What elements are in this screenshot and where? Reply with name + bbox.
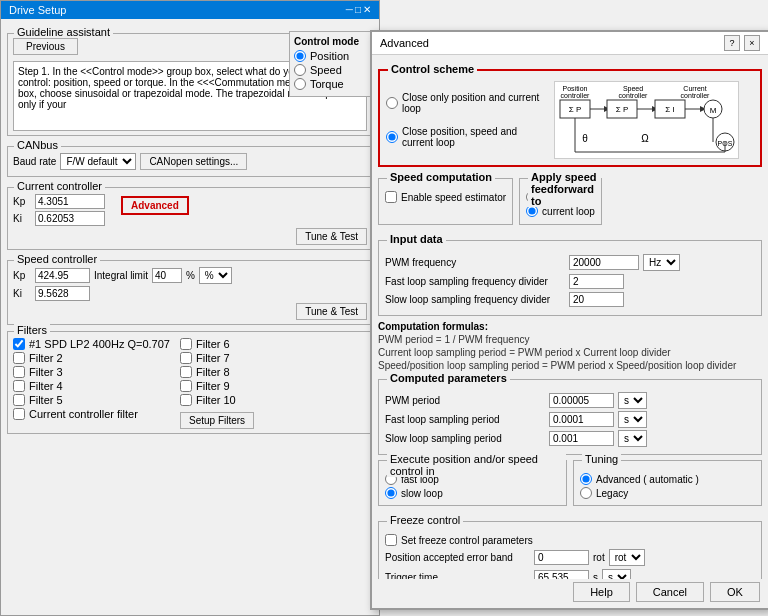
svg-text:Σ P: Σ P [616,105,629,114]
close-pos-speed-current-label: Close position, speed and current loop [402,126,546,148]
integral-label: Integral limit [94,270,148,281]
filter-6-check[interactable] [180,338,192,350]
minimize-icon[interactable]: ─ [346,4,353,16]
slow-loop-period-unit[interactable]: s [618,430,647,447]
enable-estimator-check[interactable] [385,191,397,203]
legacy-radio[interactable] [580,487,592,499]
help-button[interactable]: Help [573,582,630,602]
integral-input[interactable] [152,268,182,283]
apply-feedforward-group: Apply speed feedforward to speed loop cu… [519,178,602,225]
svg-text:controller: controller [681,92,710,99]
pos-error-unit-select[interactable]: rot [609,549,645,566]
fast-loop-period-unit[interactable]: s [618,411,647,428]
main-window: Drive Setup ─ □ ✕ Guideline assistant Pr… [0,0,768,616]
filter-9-label: Filter 9 [196,380,230,392]
close-pos-current-label: Close only position and current loop [402,92,546,114]
filter-10-row: Filter 10 [180,394,254,406]
drive-setup-window: Drive Setup ─ □ ✕ Guideline assistant Pr… [0,0,380,616]
filter-7-check[interactable] [180,352,192,364]
ki-input[interactable] [35,211,105,226]
close-window-icon[interactable]: ✕ [363,4,371,16]
pwm-freq-input[interactable] [569,255,639,270]
torque-label: Torque [310,78,344,90]
canbus-row: Baud rate F/W default CANopen settings..… [13,153,367,170]
pwm-freq-row: PWM frequency Hz [385,254,755,271]
close-pos-speed-current-radio[interactable] [386,131,398,143]
filters-section: Filters #1 SPD LP2 400Hz Q=0.707 Filter … [7,331,373,434]
slow-loop-exec-radio[interactable] [385,487,397,499]
pwm-period-row: PWM period s [385,392,755,409]
slow-loop-exec-label: slow loop [401,488,443,499]
position-radio[interactable] [294,50,306,62]
slow-loop-div-input[interactable] [569,292,624,307]
pos-error-input[interactable] [534,550,589,565]
speed-ki-input[interactable] [35,286,90,301]
advanced-btn-container: Advanced [121,196,189,215]
filter-1-check[interactable] [13,338,25,350]
trigger-time-label: Trigger time [385,572,530,579]
filter-5-check[interactable] [13,394,25,406]
filter-9-check[interactable] [180,380,192,392]
cancel-button[interactable]: Cancel [636,582,704,602]
filter-8-check[interactable] [180,366,192,378]
integral-unit-select[interactable]: % [199,267,232,284]
slow-loop-period-value [549,431,614,446]
filter-10-check[interactable] [180,394,192,406]
current-filter-check[interactable] [13,408,25,420]
kp-input[interactable] [35,194,105,209]
svg-text:M: M [710,106,717,115]
torque-radio[interactable] [294,78,306,90]
control-scheme-svg: Position controller Speed controller Cur… [554,81,739,159]
freeze-control-section: Freeze control Set freeze control parame… [378,521,762,579]
filter-3-row: Filter 3 [13,366,170,378]
current-filter-label: Current controller filter [29,408,138,420]
legacy-label: Legacy [596,488,628,499]
input-data-group: Input data PWM frequency Hz Fast loop sa… [378,240,762,316]
close-dialog-icon[interactable]: × [744,35,760,51]
set-freeze-check[interactable] [385,534,397,546]
guideline-title: Guideline assistant [14,26,113,38]
filter-3-check[interactable] [13,366,25,378]
speed-feedforward-row: Speed computation Enable speed estimator… [378,172,762,230]
close-pos-current-radio[interactable] [386,97,398,109]
slow-loop-exec-row: slow loop [385,487,560,499]
filter-7-row: Filter 7 [180,352,254,364]
formula-1: PWM period = 1 / PWM frequency [378,334,762,345]
trigger-time-unit-select[interactable]: s [602,569,631,579]
set-freeze-row: Set freeze control parameters [385,534,755,546]
canbus-title: CANbus [14,139,61,151]
canopen-settings-button[interactable]: CANopen settings... [140,153,247,170]
filters-col2: Filter 6 Filter 7 Filter 8 Filter 9 [180,336,254,429]
trigger-time-input[interactable] [534,570,589,579]
setup-filters-button[interactable]: Setup Filters [180,412,254,429]
fast-loop-div-input[interactable] [569,274,624,289]
pwm-freq-unit-select[interactable]: Hz [643,254,680,271]
speed-tune-button[interactable]: Tune & Test [296,303,367,320]
tuning-title: Tuning [582,453,621,465]
speed-radio[interactable] [294,64,306,76]
svg-text:Σ P: Σ P [569,105,582,114]
current-tune-button[interactable]: Tune & Test [296,228,367,245]
filter-2-check[interactable] [13,352,25,364]
scheme-radio-col: Close only position and current loop Clo… [386,81,546,159]
filter-8-label: Filter 8 [196,366,230,378]
advanced-auto-label: Advanced ( automatic ) [596,474,699,485]
canbus-section: CANbus Baud rate F/W default CANopen set… [7,146,373,177]
pwm-period-unit[interactable]: s [618,392,647,409]
advanced-button[interactable]: Advanced [121,196,189,215]
advanced-auto-radio[interactable] [580,473,592,485]
ok-button[interactable]: OK [710,582,760,602]
filters-col1: #1 SPD LP2 400Hz Q=0.707 Filter 2 Filter… [13,336,170,429]
speed-label: Speed [310,64,342,76]
pwm-freq-label: PWM frequency [385,257,565,268]
baud-rate-select[interactable]: F/W default [60,153,136,170]
filter-5-row: Filter 5 [13,394,170,406]
prev-button[interactable]: Previous [13,38,78,55]
filter-4-check[interactable] [13,380,25,392]
maximize-icon[interactable]: □ [355,4,361,16]
filter-4-row: Filter 4 [13,380,170,392]
baud-rate-label: Baud rate [13,156,56,167]
speed-kp-row: Kp Integral limit % % [13,267,367,284]
help-title-icon[interactable]: ? [724,35,740,51]
speed-kp-input[interactable] [35,268,90,283]
